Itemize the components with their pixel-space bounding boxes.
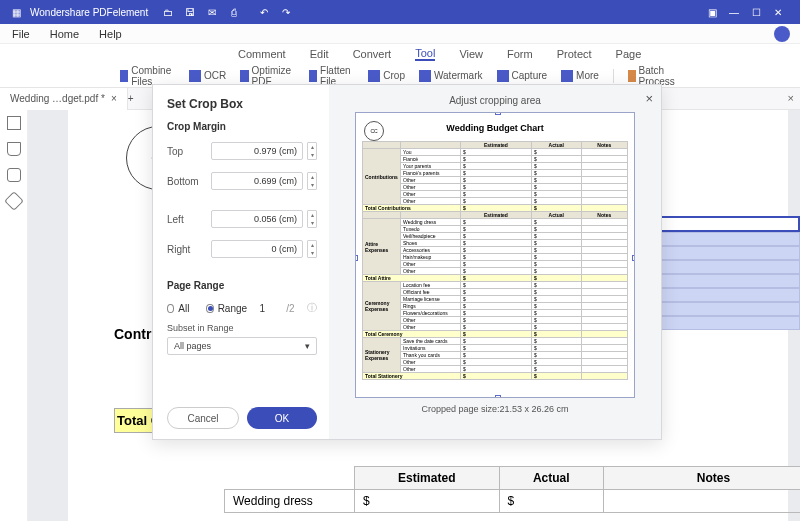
tool-watermark[interactable]: Watermark (419, 70, 483, 82)
attachments-icon[interactable] (4, 191, 24, 211)
menubar: File Home Help (0, 24, 800, 44)
titlebar: ▦ Wondershare PDFelement 🗀 🖫 ✉ ⎙ ↶ ↷ ▣ —… (0, 0, 800, 24)
mail-icon[interactable]: ✉ (204, 4, 220, 20)
document-tab[interactable]: Wedding …dget.pdf * × (0, 88, 128, 110)
tab-protect[interactable]: Protect (557, 48, 592, 60)
radio-all-label: All (178, 303, 189, 314)
info-icon[interactable]: ⓘ (307, 301, 317, 315)
crop-dialog: Set Crop Box Crop Margin Top 0.979 (cm) … (152, 84, 662, 440)
chevron-down-icon: ▾ (305, 341, 310, 351)
left-stepper[interactable]: ▴▾ (307, 210, 317, 228)
selection-cell[interactable] (660, 288, 800, 302)
present-icon[interactable]: ▣ (704, 4, 720, 20)
margin-section-title: Crop Margin (167, 121, 317, 132)
preview-doc-title: Wedding Budget Chart (362, 123, 628, 133)
open-icon[interactable]: 🗀 (160, 4, 176, 20)
selection-cell[interactable] (660, 316, 800, 330)
left-input[interactable]: 0.056 (cm) (211, 210, 303, 228)
cancel-button[interactable]: Cancel (167, 407, 239, 429)
batch-icon (628, 70, 636, 82)
thumbnails-icon[interactable] (7, 116, 21, 130)
subset-select[interactable]: All pages ▾ (167, 337, 317, 355)
tab-convert[interactable]: Convert (353, 48, 392, 60)
bottom-stepper[interactable]: ▴▾ (307, 172, 317, 190)
tool-capture[interactable]: Capture (497, 70, 548, 82)
page-range-title: Page Range (167, 280, 317, 291)
selection-cell[interactable] (660, 216, 800, 232)
range-total: /2 (286, 303, 294, 314)
col-actual: Actual (499, 467, 603, 490)
cell-actual: $ (499, 490, 603, 513)
right-selection-panel (660, 216, 800, 446)
right-stepper[interactable]: ▴▾ (307, 240, 317, 258)
row-label: Wedding dress (225, 490, 355, 513)
crop-preview[interactable]: CC Wedding Budget Chart EstimatedActualN… (355, 112, 635, 398)
tab-page[interactable]: Page (616, 48, 642, 60)
dialog-close-icon[interactable]: × (645, 91, 653, 106)
menu-help[interactable]: Help (99, 28, 122, 40)
bottom-input[interactable]: 0.699 (cm) (211, 172, 303, 190)
flatten-icon (309, 70, 317, 82)
right-input[interactable]: 0 (cm) (211, 240, 303, 258)
left-sidebar (0, 110, 28, 521)
selection-cell[interactable] (660, 232, 800, 246)
col-estimated: Estimated (355, 467, 500, 490)
radio-all[interactable] (167, 304, 174, 313)
tab-comment[interactable]: Comment (238, 48, 286, 60)
top-label: Top (167, 146, 207, 157)
top-input[interactable]: 0.979 (cm) (211, 142, 303, 160)
panel-close-icon[interactable]: × (788, 92, 794, 104)
maximize-icon[interactable]: ☐ (748, 4, 764, 20)
print-icon[interactable]: ⎙ (226, 4, 242, 20)
crop-handle[interactable] (632, 255, 635, 261)
subset-label: Subset in Range (167, 323, 317, 333)
dialog-title: Set Crop Box (167, 97, 317, 111)
close-icon[interactable]: ✕ (770, 4, 786, 20)
tab-edit[interactable]: Edit (310, 48, 329, 60)
menu-home[interactable]: Home (50, 28, 79, 40)
menu-file[interactable]: File (12, 28, 30, 40)
doctab-label: Wedding …dget.pdf * (10, 93, 105, 104)
user-avatar-icon[interactable] (774, 26, 790, 42)
ribbon-tabs: Comment Edit Convert Tool View Form Prot… (0, 44, 800, 64)
crop-handle[interactable] (355, 255, 358, 261)
tool-ocr[interactable]: OCR (189, 70, 226, 82)
selection-cell[interactable] (660, 246, 800, 260)
crop-icon (368, 70, 380, 82)
save-icon[interactable]: 🖫 (182, 4, 198, 20)
undo-icon[interactable]: ↶ (256, 4, 272, 20)
tool-more[interactable]: More (561, 70, 599, 82)
cell-notes (604, 490, 801, 513)
app-logo-icon: ▦ (8, 4, 24, 20)
preview-logo: CC (364, 121, 384, 141)
radio-range-label: Range (218, 303, 247, 314)
left-label: Left (167, 214, 207, 225)
new-tab-button[interactable]: + (128, 93, 134, 104)
tab-view[interactable]: View (459, 48, 483, 60)
bookmarks-icon[interactable] (7, 142, 21, 156)
preview-title: Adjust cropping area (339, 95, 651, 106)
combine-icon (120, 70, 128, 82)
tool-crop[interactable]: Crop (368, 70, 405, 82)
app-title: Wondershare PDFelement (30, 7, 148, 18)
comments-icon[interactable] (7, 168, 21, 182)
minimize-icon[interactable]: — (726, 4, 742, 20)
redo-icon[interactable]: ↷ (278, 4, 294, 20)
tab-form[interactable]: Form (507, 48, 533, 60)
selection-cell[interactable] (660, 274, 800, 288)
optimize-icon (240, 70, 248, 82)
selection-cell[interactable] (660, 302, 800, 316)
range-input[interactable]: 1 (260, 303, 283, 314)
crop-handle[interactable] (495, 395, 501, 398)
top-stepper[interactable]: ▴▾ (307, 142, 317, 160)
doctab-close-icon[interactable]: × (111, 93, 117, 104)
crop-handle[interactable] (495, 112, 501, 115)
bottom-label: Bottom (167, 176, 207, 187)
crop-dialog-right: × Adjust cropping area CC Wedding Budget… (329, 85, 661, 439)
ok-button[interactable]: OK (247, 407, 317, 429)
tab-tool[interactable]: Tool (415, 47, 435, 61)
watermark-icon (419, 70, 431, 82)
radio-range[interactable] (206, 304, 213, 313)
preview-table: EstimatedActualNotesContributionsYou$$Fi… (362, 141, 628, 380)
selection-cell[interactable] (660, 260, 800, 274)
